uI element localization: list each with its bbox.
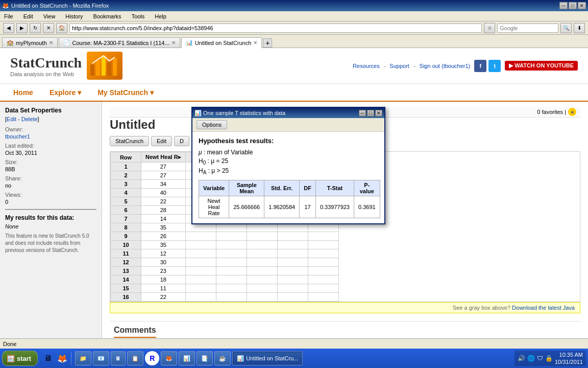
sc-logo-sub: Data analysis on the Web xyxy=(10,71,82,77)
table-row: 835 xyxy=(111,223,339,232)
browser-window: 🦊 Untitled on StatCrunch - Mozilla Firef… xyxy=(0,0,588,368)
start-button[interactable]: 🪟 start xyxy=(2,351,38,366)
address-input[interactable] xyxy=(69,24,482,33)
svg-rect-2 xyxy=(102,57,106,76)
col-t-stat: T-Stat xyxy=(315,180,354,196)
modal-window: 📊 One sample T statistics with data ─ □ … xyxy=(191,107,385,224)
title-bar-label: Untitled on StatCrunch - Mozilla Firefox xyxy=(11,3,109,9)
modal-minimize[interactable]: ─ xyxy=(359,110,366,117)
tabs-bar: 🏫 myPlymouth ✕ 📄 Course: MA-2300-F1 Stat… xyxy=(0,35,588,48)
taskbar-icon-av: 🔒 xyxy=(545,355,553,362)
taskbar-item-firefox[interactable]: 🦊 xyxy=(161,351,177,365)
minimize-button[interactable]: ─ xyxy=(559,2,568,9)
nav-explore[interactable]: Explore ▾ xyxy=(46,86,84,99)
new-tab-button[interactable]: + xyxy=(263,38,272,48)
modal-title-icon: 📊 xyxy=(194,110,203,116)
sc-header: StatCrunch Data analysis on the Web xyxy=(0,48,588,84)
tab-label: Untitled on StatCrunch xyxy=(195,40,252,46)
favorites-count: 0 favorites | xyxy=(537,109,566,115)
clock-date: 10/31/2011 xyxy=(555,358,583,365)
back-button[interactable]: ◀ xyxy=(3,23,14,33)
modal-title-bar: 📊 One sample T statistics with data ─ □ … xyxy=(192,108,384,118)
tab-mplymouth[interactable]: 🏫 myPlymouth ✕ xyxy=(2,37,58,48)
nav-home[interactable]: Home xyxy=(10,86,36,99)
more-button[interactable]: D xyxy=(174,136,189,146)
tab-close-1[interactable]: ✕ xyxy=(49,40,53,45)
taskbar-item-statcrunch[interactable]: 📊 Untitled on StatCru... xyxy=(232,351,303,365)
downloads-button[interactable]: ⬇ xyxy=(574,23,585,33)
mu-label: : mean of Variable xyxy=(204,149,253,156)
show-desktop-button[interactable]: 🖥 xyxy=(41,352,55,365)
menu-history[interactable]: History xyxy=(63,12,85,20)
col-df: DF xyxy=(300,180,316,196)
menu-help[interactable]: Help xyxy=(153,12,168,20)
maximize-button[interactable]: □ xyxy=(569,2,577,9)
taskbar-item-excel[interactable]: 📊 xyxy=(179,351,195,365)
signout-link[interactable]: Sign out (tboucher1) xyxy=(420,63,471,69)
ha-label: HA : μ > 25 xyxy=(199,167,229,174)
home-button[interactable]: 🏠 xyxy=(56,23,67,33)
logo-area: StatCrunch Data analysis on the Web xyxy=(10,52,122,80)
firefox-ql[interactable]: 🦊 xyxy=(56,352,69,365)
sidebar-edit-link[interactable]: Edit xyxy=(7,116,16,122)
tab-close-2[interactable]: ✕ xyxy=(172,40,176,45)
taskbar-item-app2[interactable]: 📋 xyxy=(127,351,143,365)
menu-edit[interactable]: Edit xyxy=(21,12,35,20)
col-p-value: P-value xyxy=(354,180,380,196)
clock-time: 10:35 AM xyxy=(555,351,583,358)
tab-close-3[interactable]: ✕ xyxy=(253,40,257,45)
sidebar-delete-link[interactable]: Delete xyxy=(21,116,38,122)
stop-button[interactable]: ✕ xyxy=(43,23,54,33)
taskbar-item-outlook[interactable]: 📧 xyxy=(93,351,109,365)
menu-tools[interactable]: Tools xyxy=(130,12,147,20)
sidebar-results-none: None xyxy=(5,223,96,229)
options-button[interactable]: Options xyxy=(197,120,227,129)
sc-logo-text: StatCrunch xyxy=(10,55,82,71)
modal-title-buttons: ─ □ ✕ xyxy=(359,110,382,117)
support-link[interactable]: Support xyxy=(389,63,409,69)
tab-label: myPlymouth xyxy=(16,40,47,46)
mu-line: μ : mean of Variable xyxy=(199,149,378,156)
tab-icon: 🏫 xyxy=(7,39,14,46)
twitter-button[interactable]: t xyxy=(488,60,501,72)
search-button[interactable]: 🔍 xyxy=(560,23,572,33)
youtube-button[interactable]: ▶ WATCH ON YOUTUBE xyxy=(505,61,578,71)
taskbar-item-java[interactable]: ☕ xyxy=(214,351,231,365)
title-bar: 🦊 Untitled on StatCrunch - Mozilla Firef… xyxy=(0,0,588,11)
statcrunch-button[interactable]: StatCrunch xyxy=(110,136,149,146)
java-download-link[interactable]: Download the latest Java xyxy=(512,305,575,311)
taskbar-item-ppt[interactable]: 📑 xyxy=(197,351,213,365)
modal-maximize[interactable]: □ xyxy=(367,110,374,117)
forward-button[interactable]: ▶ xyxy=(16,23,28,33)
resources-link[interactable]: Resources xyxy=(353,63,380,69)
menu-view[interactable]: View xyxy=(41,12,58,20)
tab-course[interactable]: 📄 Course: MA-2300-F1 Statistics I (114..… xyxy=(59,37,180,48)
edit-button[interactable]: Edit xyxy=(151,136,172,146)
sidebar-owner-link[interactable]: tboucher1 xyxy=(5,133,30,140)
modal-close[interactable]: ✕ xyxy=(375,110,382,117)
taskbar-item-r[interactable]: R xyxy=(145,351,159,365)
tab-icon: 📊 xyxy=(186,39,193,46)
h0-label: H0 : μ = 25 xyxy=(199,157,228,165)
sidebar-results-note: This feature is new to StatCrunch 5.0 an… xyxy=(5,233,96,254)
search-input[interactable] xyxy=(497,24,558,33)
taskbar-icon-security: 🛡 xyxy=(537,355,543,362)
nav-mystatcrunch[interactable]: My StatCrunch ▾ xyxy=(94,86,157,99)
facebook-button[interactable]: f xyxy=(474,60,486,72)
page-content: StatCrunch Data analysis on the Web xyxy=(0,48,588,338)
menu-file[interactable]: File xyxy=(2,12,15,20)
taskbar-item-app1[interactable]: 🖩 xyxy=(111,351,126,365)
reload-button[interactable]: ↻ xyxy=(30,23,41,33)
sidebar-owner-label: Owner: xyxy=(5,126,96,132)
tab-statcrunch[interactable]: 📊 Untitled on StatCrunch ✕ xyxy=(181,37,262,48)
menu-bookmarks[interactable]: Bookmarks xyxy=(91,12,124,20)
taskbar-clock: 10:35 AM 10/31/2011 xyxy=(555,351,583,366)
taskbar-item-folder[interactable]: 📁 xyxy=(75,351,91,365)
bookmark-star[interactable]: ☆ xyxy=(484,23,495,33)
col-header-newt[interactable]: Newt Heal R▸ xyxy=(141,152,186,163)
favorites-icon[interactable]: ★ xyxy=(568,108,576,116)
title-bar-buttons: ─ □ ✕ xyxy=(559,2,586,9)
close-button[interactable]: ✕ xyxy=(578,2,586,9)
comments-section: Comments Want to comment? Posting a comm… xyxy=(110,321,580,338)
browser-icon: 🦊 xyxy=(2,3,9,9)
